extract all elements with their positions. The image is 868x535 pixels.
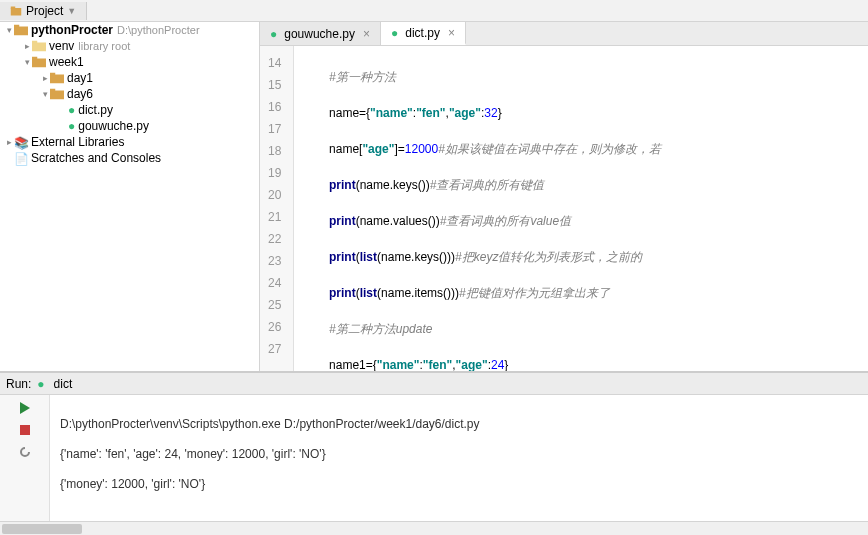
chevron-right-icon: ▸ xyxy=(40,73,50,83)
tree-day1[interactable]: ▸ day1 xyxy=(0,70,259,86)
main-area: ▾ pythonProcter D:\pythonProcter ▸ venv … xyxy=(0,22,868,371)
tree-item-label: External Libraries xyxy=(31,135,124,149)
output-line: {'money': 12000, 'girl': 'NO'} xyxy=(60,477,858,491)
folder-icon xyxy=(32,40,46,52)
svg-rect-7 xyxy=(32,57,37,60)
run-toolbar xyxy=(0,395,50,521)
tree-item-label: day1 xyxy=(67,71,93,85)
project-label: Project xyxy=(26,4,63,18)
stop-button[interactable] xyxy=(16,421,34,439)
run-label: Run: xyxy=(6,377,31,391)
tree-root[interactable]: ▾ pythonProcter D:\pythonProcter xyxy=(0,22,259,38)
horizontal-scrollbar[interactable] xyxy=(0,521,868,535)
run-header: Run: ● dict xyxy=(0,373,868,395)
python-file-icon: ● xyxy=(68,103,75,117)
tree-item-note: library root xyxy=(78,40,130,52)
run-config-name[interactable]: dict xyxy=(54,377,73,391)
tree-item-label: week1 xyxy=(49,55,84,69)
code-content[interactable]: #第一种方法 name={"name":"fen","age":32} name… xyxy=(294,46,675,371)
svg-rect-2 xyxy=(14,27,28,36)
library-icon: 📚 xyxy=(14,136,28,148)
tab-gouwuche[interactable]: ● gouwuche.py × xyxy=(260,22,381,45)
folder-icon xyxy=(32,56,46,68)
svg-rect-13 xyxy=(20,425,30,435)
tree-venv[interactable]: ▸ venv library root xyxy=(0,38,259,54)
svg-rect-11 xyxy=(50,89,55,92)
run-button[interactable] xyxy=(16,399,34,417)
line-gutter: 141516 171819 202122 232425 2627 xyxy=(260,46,294,371)
folder-icon xyxy=(50,72,64,84)
rerun-button[interactable] xyxy=(16,443,34,461)
python-file-icon: ● xyxy=(270,27,277,41)
tree-scratches[interactable]: 📄 Scratches and Consoles xyxy=(0,150,259,166)
project-toolbar: Project ▼ xyxy=(0,0,868,22)
output-line: {'name': 'fen', 'age': 24, 'money': 1200… xyxy=(60,447,858,461)
chevron-right-icon: ▸ xyxy=(4,137,14,147)
svg-rect-4 xyxy=(32,43,46,52)
scratch-icon: 📄 xyxy=(14,152,28,164)
svg-rect-10 xyxy=(50,91,64,100)
tree-root-path: D:\pythonProcter xyxy=(117,24,200,36)
editor-tabs: ● gouwuche.py × ● dict.py × xyxy=(260,22,868,46)
run-output[interactable]: D:\pythonProcter\venv\Scripts\python.exe… xyxy=(50,395,868,521)
svg-rect-0 xyxy=(11,8,22,16)
tree-gouwuche-py[interactable]: ● gouwuche.py xyxy=(0,118,259,134)
close-icon[interactable]: × xyxy=(448,26,455,40)
svg-rect-1 xyxy=(11,6,16,8)
tree-week1[interactable]: ▾ week1 xyxy=(0,54,259,70)
tab-label: dict.py xyxy=(405,26,440,40)
tree-dict-py[interactable]: ● dict.py xyxy=(0,102,259,118)
svg-rect-5 xyxy=(32,41,37,44)
tab-label: gouwuche.py xyxy=(284,27,355,41)
python-file-icon: ● xyxy=(391,26,398,40)
python-file-icon: ● xyxy=(68,119,75,133)
folder-icon xyxy=(50,88,64,100)
close-icon[interactable]: × xyxy=(363,27,370,41)
tree-item-label: venv xyxy=(49,39,74,53)
tree-item-label: dict.py xyxy=(78,103,113,117)
dropdown-icon: ▼ xyxy=(67,6,76,16)
run-body: D:\pythonProcter\venv\Scripts\python.exe… xyxy=(0,395,868,521)
project-tab[interactable]: Project ▼ xyxy=(0,2,87,20)
tab-dict[interactable]: ● dict.py × xyxy=(381,22,466,45)
tree-item-label: Scratches and Consoles xyxy=(31,151,161,165)
tree-item-label: gouwuche.py xyxy=(78,119,149,133)
tree-item-label: day6 xyxy=(67,87,93,101)
chevron-down-icon: ▾ xyxy=(4,25,14,35)
tree-external-libraries[interactable]: ▸ 📚 External Libraries xyxy=(0,134,259,150)
tree-root-name: pythonProcter xyxy=(31,23,113,37)
svg-marker-12 xyxy=(20,402,30,414)
chevron-down-icon: ▾ xyxy=(40,89,50,99)
output-line: D:\pythonProcter\venv\Scripts\python.exe… xyxy=(60,417,858,431)
folder-icon xyxy=(10,5,22,17)
folder-icon xyxy=(14,24,28,36)
chevron-right-icon: ▸ xyxy=(22,41,32,51)
project-tree: ▾ pythonProcter D:\pythonProcter ▸ venv … xyxy=(0,22,260,371)
svg-rect-6 xyxy=(32,59,46,68)
chevron-down-icon: ▾ xyxy=(22,57,32,67)
code-editor[interactable]: 141516 171819 202122 232425 2627 #第一种方法 … xyxy=(260,46,868,371)
svg-rect-8 xyxy=(50,75,64,84)
svg-rect-3 xyxy=(14,25,19,28)
editor-area: ● gouwuche.py × ● dict.py × 141516 17181… xyxy=(260,22,868,371)
python-file-icon: ● xyxy=(37,377,44,391)
svg-rect-9 xyxy=(50,73,55,76)
tree-day6[interactable]: ▾ day6 xyxy=(0,86,259,102)
run-panel: Run: ● dict D:\pythonProcter\venv\Script… xyxy=(0,371,868,521)
